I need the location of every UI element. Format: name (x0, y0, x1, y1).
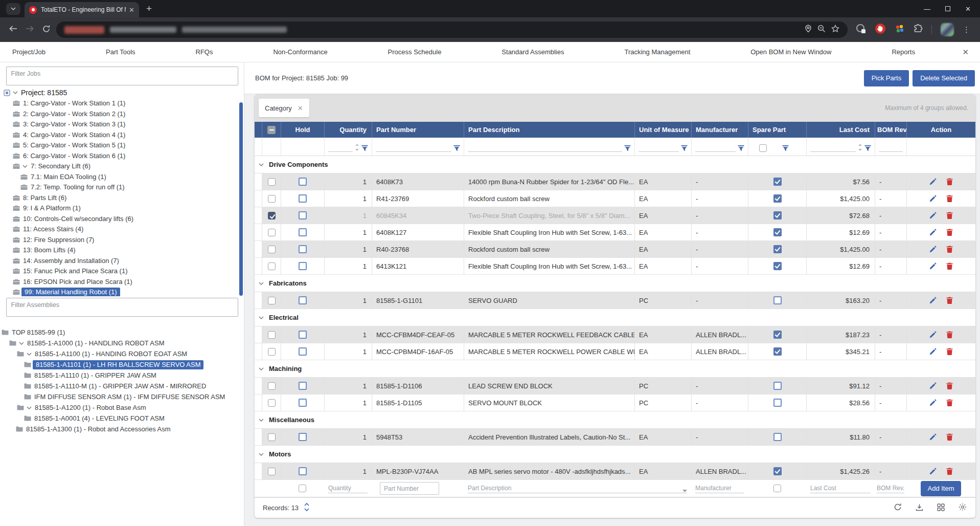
assembly-81585-1-a1101-1-lh-rh-ballscrew-servo-as[interactable]: 81585-1-A1101 (1) - LH RH BALLSCREW SERV… (0, 359, 244, 370)
row-select-checkbox[interactable] (268, 433, 276, 441)
bom-row-6413k121[interactable]: 16413K121Flexible Shaft Coupling Iron Hu… (255, 258, 975, 275)
job-15-fanuc-pick-and-place-scara-1[interactable]: 15: Fanuc Pick and Place Scara (1) (0, 266, 244, 277)
add-last-cost-input[interactable] (810, 484, 871, 493)
filter-funnel-icon[interactable] (782, 145, 789, 152)
tab-close-icon[interactable]: ✕ (129, 6, 134, 14)
bom-row-mcc-cfbm4df-ceaf-05[interactable]: 1MCC-CFBM4DF-CEAF-05MARCABLE 5 METER ROC… (255, 326, 975, 343)
nav-item-project-job[interactable]: Project/Job (12, 48, 45, 56)
group-header-fabricatons[interactable]: Fabricatons (255, 275, 975, 292)
browser-tab[interactable]: TotalETO - Engineering Bill Of M... ✕ (25, 2, 139, 17)
chevron-down-icon[interactable] (682, 490, 687, 493)
browser-menu-icon[interactable]: ⋮ (963, 25, 970, 34)
bookmark-star-icon[interactable] (831, 25, 839, 35)
edit-icon[interactable] (929, 331, 937, 338)
hold-checkbox[interactable] (299, 296, 307, 304)
chevron-down-icon[interactable] (27, 406, 32, 409)
hold-checkbox[interactable] (299, 194, 307, 203)
sort-spinner-icon[interactable] (355, 143, 359, 152)
delete-icon[interactable] (946, 297, 953, 304)
col-quantity[interactable]: Quantity (324, 122, 372, 138)
hold-checkbox[interactable] (299, 433, 307, 441)
delete-icon[interactable] (946, 262, 953, 270)
sort-spinner-icon[interactable] (858, 143, 862, 152)
select-all-checkbox[interactable] (267, 126, 276, 134)
edit-icon[interactable] (929, 297, 937, 304)
filter-assemblies-input[interactable] (6, 298, 238, 317)
spare-part-checkbox[interactable] (773, 433, 782, 441)
add-bom-rev-input[interactable] (877, 484, 904, 493)
filter-funnel-icon[interactable] (453, 145, 460, 152)
group-header-machining[interactable]: Machining (255, 360, 975, 378)
col-hold[interactable]: Hold (281, 122, 324, 138)
reload-button[interactable] (38, 25, 54, 35)
row-select-checkbox[interactable] (268, 262, 276, 270)
group-header-miscellaneous[interactable]: Miscellaneous (255, 411, 975, 429)
col-part-number[interactable]: Part Number (372, 122, 464, 138)
filter-funnel-icon[interactable] (738, 145, 744, 152)
filter-funnel-icon[interactable] (624, 145, 631, 152)
delete-icon[interactable] (946, 331, 953, 338)
spare-part-checkbox[interactable] (773, 262, 782, 270)
spare-part-checkbox[interactable] (773, 178, 782, 186)
delete-icon[interactable] (946, 246, 953, 253)
row-select-checkbox[interactable] (268, 229, 276, 236)
bom-row-5948t53[interactable]: 15948T53Accident Prevention Illustrated … (255, 429, 975, 446)
spare-part-checkbox[interactable] (773, 399, 782, 407)
add-quantity-input[interactable] (328, 484, 368, 493)
chevron-down-icon[interactable] (259, 419, 264, 422)
chevron-down-icon[interactable] (27, 353, 32, 356)
adblock-hand-icon[interactable] (875, 23, 886, 36)
bom-row-81585-1-g1101[interactable]: 181585-1-G1101SERVO GUARDPC-$163.20- (255, 292, 975, 309)
hold-checkbox[interactable] (299, 228, 307, 236)
filter-spare-part-checkbox[interactable] (759, 144, 767, 152)
job-1-cargo-vator-work-station-1-1[interactable]: 1: Cargo-Vator - Work Station 1 (1) (0, 98, 244, 109)
row-select-checkbox[interactable] (268, 468, 276, 475)
extensions-puzzle-icon[interactable] (914, 24, 923, 35)
delete-icon[interactable] (946, 212, 953, 219)
hold-checkbox[interactable] (299, 245, 307, 253)
job-14-assembly-and-installation-7[interactable]: 14: Assembly and Installation (7) (0, 255, 244, 266)
hold-checkbox[interactable] (299, 211, 307, 220)
hold-checkbox[interactable] (299, 399, 307, 407)
bom-row-r40-23768[interactable]: 1R40-23768Rockford custom ball screwEA-$… (255, 241, 975, 258)
nav-item-standard-assemblies[interactable]: Standard Assemblies (502, 48, 564, 56)
hold-checkbox[interactable] (299, 467, 307, 475)
row-select-checkbox[interactable] (268, 297, 276, 304)
refresh-icon[interactable] (894, 503, 902, 513)
group-header-electrical[interactable]: Electrical (255, 309, 975, 326)
col-bom-rev[interactable]: BOM Rev. (875, 122, 906, 138)
job-13-boom-lifts-4[interactable]: 13: Boom Lifts (4) (0, 245, 244, 256)
edit-icon[interactable] (929, 433, 937, 441)
hold-checkbox[interactable] (299, 382, 307, 390)
photos-icon[interactable] (895, 24, 905, 36)
job-6-cargo-vator-work-station-6-1[interactable]: 6: Cargo-Vator - Work Station 6 (1) (0, 150, 244, 161)
job-8-parts-lift-6[interactable]: 8: Parts Lift (6) (0, 192, 244, 203)
chevron-down-icon[interactable] (22, 165, 28, 168)
zoom-out-icon[interactable] (817, 25, 826, 35)
chevron-down-icon[interactable] (19, 342, 24, 345)
tab-search-button[interactable] (6, 3, 20, 15)
nav-item-reports[interactable]: Reports (892, 48, 915, 56)
remove-group-icon[interactable]: ✕ (298, 104, 303, 112)
spare-part-checkbox[interactable] (773, 296, 782, 304)
filter-manufacturer-input[interactable] (695, 142, 736, 151)
add-item-button[interactable]: Add Item (921, 481, 961, 496)
chevron-down-icon[interactable] (259, 367, 264, 370)
group-header-motors[interactable]: Motors (255, 446, 975, 463)
filter-uom-input[interactable] (639, 142, 679, 151)
chevron-down-icon[interactable] (259, 163, 264, 166)
spare-part-checkbox[interactable] (773, 382, 782, 390)
spare-part-checkbox[interactable] (773, 211, 782, 220)
delete-icon[interactable] (946, 229, 953, 236)
column-chooser-icon[interactable] (937, 503, 945, 513)
job-11-access-stairs-4[interactable]: 11: Access Stairs (4) (0, 224, 244, 235)
col-unit-of-measure[interactable]: Unit of Measure .. (634, 122, 691, 138)
hold-checkbox[interactable] (299, 262, 307, 270)
filter-funnel-icon[interactable] (681, 145, 688, 152)
filter-funnel-icon[interactable] (864, 145, 871, 152)
window-minimize-button[interactable]: — (924, 5, 930, 13)
assembly-81585-1-a1100-1-handing-robot-eoat-asm[interactable]: 81585-1-A1100 (1) - HANDING ROBOT EOAT A… (0, 348, 244, 359)
bom-row-mcc-cpbm4df-16af-05[interactable]: 1MCC-CPBM4DF-16AF-05MARCABLE 5 METER ROC… (255, 343, 975, 360)
filter-part-number-input[interactable] (376, 142, 451, 151)
job-99-material-handling-robot-1[interactable]: 99: Material Handling Robot (1) (0, 287, 244, 297)
